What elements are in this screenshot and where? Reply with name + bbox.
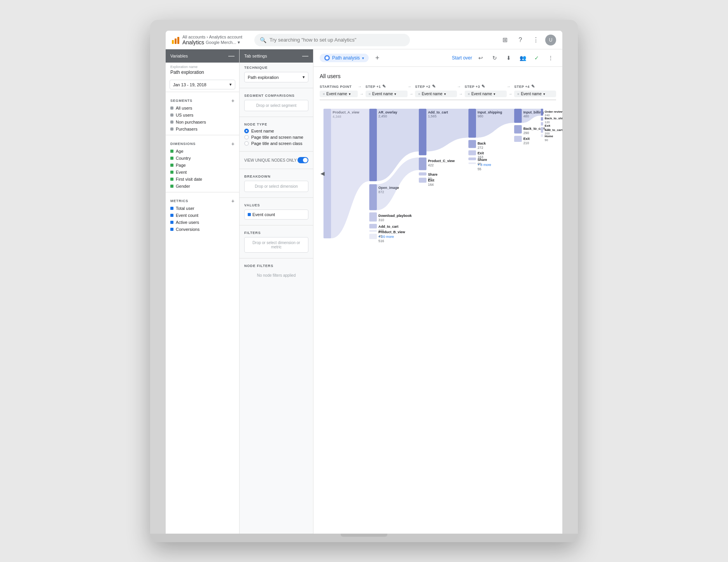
node-add-cart-s2[interactable] (419, 109, 427, 155)
arrow-sep-2: → (408, 92, 415, 96)
node-exit-s3[interactable] (468, 150, 476, 155)
segments-title: SEGMENTS (170, 99, 192, 103)
filter-box[interactable]: Drop or select dimension or metric (244, 237, 308, 253)
add-metric-icon[interactable]: + (231, 198, 234, 204)
breakdown-box[interactable]: Drop or select dimension (244, 181, 308, 192)
apps-icon-button[interactable]: ⊞ (499, 34, 511, 46)
search-icon: 🔍 (260, 37, 266, 43)
node-back-to-cart[interactable] (514, 125, 522, 134)
dim-first-visit: First visit date (166, 176, 239, 183)
collapse-arrow[interactable]: ◀ (320, 171, 325, 176)
path-analysis-tab[interactable]: Path analysis ▾ (320, 54, 369, 62)
step4-header: STEP +4 ✎ (514, 84, 556, 89)
arrow-sep-3: → (457, 92, 465, 96)
value-download-playbook: 310 (378, 218, 384, 222)
values-box[interactable]: Event count (244, 209, 308, 220)
node-share-s3[interactable] (468, 157, 476, 160)
avatar[interactable]: U (545, 35, 556, 45)
brand-title: Analytics Google Merch... ▾ (182, 39, 242, 45)
edit-step2-icon[interactable]: ✎ (432, 84, 436, 89)
tab-settings-title: Tab settings (244, 54, 267, 58)
toggle-row: VIEW UNIQUE NODES ONLY (244, 157, 308, 163)
node-exit-s5[interactable] (541, 122, 543, 126)
node-exit-s4[interactable] (514, 136, 522, 142)
search-input[interactable] (270, 37, 404, 43)
more-options-button[interactable]: ⋮ (545, 52, 556, 63)
dim-icon (170, 178, 173, 181)
segment-dot (170, 113, 173, 117)
minimize-icon[interactable]: — (228, 52, 234, 59)
node-type-page-title-screen[interactable]: Page title and screen name (244, 135, 308, 140)
check-icon-button[interactable]: ✓ (531, 52, 542, 63)
minimize-tab-settings[interactable]: — (302, 52, 308, 59)
segment-us-users: US users (166, 112, 239, 119)
search-bar[interactable]: 🔍 (254, 34, 410, 46)
node-exit-s2[interactable] (419, 178, 427, 183)
node-home[interactable] (541, 134, 543, 137)
node-product-b[interactable] (369, 230, 377, 232)
node-product-c[interactable] (419, 157, 427, 170)
segments-section-row: SEGMENTS + (166, 94, 239, 105)
segment-purchasers: Purchasers (166, 126, 239, 133)
step3-event-dropdown[interactable]: ≡ Event name ▾ (465, 91, 507, 97)
node-input-shipping[interactable] (468, 109, 476, 138)
metrics-title: METRICS (170, 199, 188, 203)
label-back-shipping: Back_to_shipping (545, 117, 562, 120)
node-back-shipping[interactable] (541, 117, 543, 120)
node-ar-overlay[interactable] (369, 109, 377, 181)
dim-event: Event (166, 169, 239, 176)
metric-icon (170, 214, 173, 217)
step1-event-dropdown[interactable]: ≡ Event name ▾ (366, 91, 408, 97)
metric-conversions: Conversions (166, 226, 239, 233)
starting-event-dropdown[interactable]: ≡ Event name ▾ (320, 91, 358, 97)
add-segment-icon[interactable]: + (231, 98, 234, 104)
step2-event-dropdown[interactable]: ≡ Event name ▾ (415, 91, 457, 97)
node-share-s2[interactable] (419, 173, 427, 176)
label-product-b: Product_B_view (378, 230, 405, 234)
undo-icon-button[interactable]: ↩ (475, 52, 486, 63)
node-order-review[interactable] (541, 109, 543, 116)
node-input-billing[interactable] (514, 109, 522, 123)
node-more-s3[interactable] (468, 162, 476, 164)
node-add-cart-s1[interactable] (369, 224, 377, 229)
segment-comp-box[interactable]: Drop or select segment (244, 100, 308, 111)
start-over-button[interactable]: Start over (452, 55, 472, 61)
more-icon-button[interactable]: ⋮ (530, 34, 542, 46)
laptop-frame: All accounts › Analytics account Analyti… (150, 20, 578, 542)
unique-nodes-toggle[interactable] (298, 157, 308, 163)
add-dimension-icon[interactable]: + (231, 141, 234, 147)
node-more-step1[interactable] (369, 234, 377, 239)
edit-step3-icon[interactable]: ✎ (481, 84, 485, 89)
label-exit-s4: Exit (523, 137, 530, 141)
divider-3 (166, 192, 239, 192)
divider-2 (166, 135, 239, 135)
download-icon-button[interactable]: ⬇ (503, 52, 514, 63)
node-type-page-title-class[interactable]: Page title and screen class (244, 141, 308, 146)
share-icon-button[interactable]: 👥 (517, 52, 528, 63)
edit-step4-icon[interactable]: ✎ (531, 84, 535, 89)
redo-icon-button[interactable]: ↻ (489, 52, 500, 63)
node-open-image[interactable] (369, 184, 377, 210)
node-add-cart-s5[interactable] (541, 127, 543, 133)
node-back-s3[interactable] (468, 140, 476, 148)
laptop-base (150, 534, 578, 542)
variables-panel-header: Variables — (166, 49, 239, 63)
add-tab-button[interactable]: + (372, 52, 383, 63)
metric-event-count: Event count (166, 212, 239, 219)
node-download-playbook[interactable] (369, 213, 377, 222)
segment-comp-label: SEGMENT COMPARISONS (244, 94, 308, 98)
value-back-to-cart: 290 (523, 131, 529, 135)
label-more-step1[interactable]: + 20 more (378, 235, 394, 239)
chart-area: All users STARTING POINT → STEP +1 ✎ (313, 67, 562, 534)
radio-event-selected (244, 129, 249, 133)
help-icon-button[interactable]: ? (514, 34, 527, 46)
exploration-toolbar: Path analysis ▾ + Start over ↩ ↻ ⬇ 👥 ✓ ⋮ (313, 49, 562, 67)
technique-dropdown[interactable]: Path exploration ▾ (244, 72, 308, 82)
segment-non-purchasers: Non purchasers (166, 119, 239, 126)
date-selector[interactable]: Jan 13 - 19, 2018 ▾ (170, 80, 235, 89)
edit-step1-icon[interactable]: ✎ (382, 84, 386, 89)
node-type-event[interactable]: Event name (244, 129, 308, 133)
label-add-cart-s1: Add_to_cart (378, 225, 398, 229)
label-more-s3[interactable]: + 3 more (478, 163, 491, 167)
step4-event-dropdown[interactable]: ≡ Event name ▾ (514, 91, 556, 97)
